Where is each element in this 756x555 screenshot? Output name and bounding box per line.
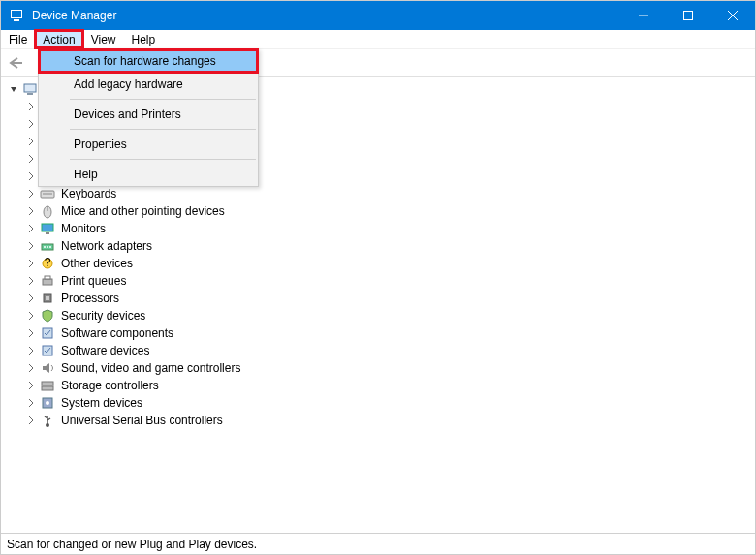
tree-item-label: Print queues — [59, 274, 128, 288]
tree-item[interactable]: Sound, video and game controllers — [20, 359, 755, 377]
menu-action-label: Action — [43, 33, 75, 46]
svg-text:?: ? — [45, 256, 51, 269]
tree-item-label: Software devices — [59, 344, 151, 357]
svg-rect-37 — [42, 382, 53, 385]
keyboard-icon — [40, 186, 55, 201]
menu-devices-printers-label: Devices and Printers — [74, 108, 181, 121]
tree-item-label: Universal Serial Bus controllers — [59, 414, 225, 427]
menubar: File Action View Help — [1, 30, 755, 49]
chevron-right-icon[interactable] — [24, 187, 38, 200]
close-button[interactable] — [710, 1, 755, 30]
chevron-right-icon[interactable] — [24, 361, 38, 375]
svg-rect-32 — [45, 276, 50, 279]
tree-item-label: Processors — [59, 292, 121, 305]
tree-item-label: Storage controllers — [59, 379, 161, 392]
device-manager-window: Device Manager File Action View Help Sc — [0, 0, 756, 555]
menu-properties[interactable]: Properties — [39, 133, 258, 156]
tree-item[interactable]: Software components — [20, 324, 755, 342]
chevron-right-icon[interactable] — [24, 326, 38, 340]
menu-help-item[interactable]: Help — [39, 163, 258, 186]
maximize-button[interactable] — [666, 1, 710, 30]
mouse-icon — [40, 203, 55, 219]
chevron-right-icon[interactable] — [24, 152, 38, 166]
menu-help[interactable]: Help — [124, 30, 164, 48]
minimize-button[interactable] — [621, 1, 666, 30]
svg-rect-2 — [14, 19, 19, 21]
menu-scan-hardware-label: Scan for hardware changes — [74, 54, 216, 68]
tree-item[interactable]: Software devices — [20, 342, 755, 359]
tree-item[interactable]: Mice and other pointing devices — [20, 202, 755, 220]
menu-file[interactable]: File — [1, 30, 35, 48]
chevron-right-icon[interactable] — [24, 414, 38, 427]
svg-rect-9 — [27, 93, 33, 95]
svg-rect-8 — [24, 84, 36, 92]
chevron-right-icon[interactable] — [24, 292, 38, 305]
chevron-right-icon[interactable] — [24, 100, 38, 113]
svg-rect-24 — [46, 232, 49, 234]
tree-item[interactable]: Print queues — [20, 272, 755, 290]
network-icon — [40, 238, 55, 254]
titlebar: Device Manager — [1, 1, 755, 30]
tree-item-label: Security devices — [59, 309, 147, 323]
other-icon: ? — [40, 256, 55, 271]
svg-rect-4 — [684, 12, 693, 20]
window-title: Device Manager — [32, 9, 621, 22]
tree-item[interactable]: Storage controllers — [20, 377, 755, 394]
dropdown-separator — [70, 159, 256, 160]
tree-item[interactable]: Keyboards — [20, 185, 755, 202]
chevron-right-icon[interactable] — [24, 239, 38, 253]
tree-item[interactable]: Monitors — [20, 220, 755, 237]
menu-add-legacy-label: Add legacy hardware — [74, 77, 183, 91]
tree-item[interactable]: Universal Serial Bus controllers — [20, 412, 755, 429]
tree-item-label: Sound, video and game controllers — [59, 361, 242, 375]
menu-action[interactable]: Action — [35, 30, 82, 48]
tree-item-label: Software components — [59, 326, 175, 340]
chevron-right-icon[interactable] — [24, 344, 38, 357]
chevron-right-icon[interactable] — [24, 135, 38, 148]
chevron-right-icon[interactable] — [24, 117, 38, 131]
tree-item[interactable]: Processors — [20, 290, 755, 307]
usb-icon — [40, 413, 55, 428]
chevron-right-icon[interactable] — [24, 222, 38, 235]
software-icon — [40, 325, 55, 341]
tree-item-label: System devices — [59, 396, 144, 410]
menu-view[interactable]: View — [83, 30, 124, 48]
toolbar-back-button[interactable] — [5, 52, 26, 74]
status-text: Scan for changed or new Plug and Play de… — [7, 538, 257, 551]
chevron-right-icon[interactable] — [24, 274, 38, 288]
menu-view-label: View — [91, 33, 116, 46]
cpu-icon — [40, 291, 55, 306]
system-icon — [40, 395, 55, 411]
tree-item[interactable]: Network adapters — [20, 237, 755, 255]
security-icon — [40, 308, 55, 324]
tree-item[interactable]: Security devices — [20, 307, 755, 324]
tree-item-label: Monitors — [59, 222, 108, 235]
dropdown-separator — [70, 129, 256, 130]
menu-scan-hardware[interactable]: Scan for hardware changes — [39, 49, 258, 73]
printer-icon — [40, 273, 55, 289]
computer-icon — [22, 81, 38, 97]
tree-item[interactable]: ?Other devices — [20, 255, 755, 272]
action-dropdown: Scan for hardware changes Add legacy har… — [38, 48, 259, 187]
chevron-down-icon[interactable] — [7, 82, 20, 96]
svg-point-40 — [46, 401, 49, 405]
sound-icon — [40, 360, 55, 376]
svg-rect-34 — [46, 296, 49, 300]
chevron-right-icon[interactable] — [24, 170, 38, 183]
menu-help-label: Help — [132, 33, 156, 46]
window-controls — [621, 1, 755, 30]
chevron-right-icon[interactable] — [24, 396, 38, 410]
chevron-right-icon[interactable] — [24, 379, 38, 392]
svg-rect-31 — [43, 279, 52, 285]
chevron-right-icon[interactable] — [24, 257, 38, 270]
svg-point-28 — [49, 246, 51, 248]
tree-item[interactable]: System devices — [20, 394, 755, 412]
menu-add-legacy[interactable]: Add legacy hardware — [39, 73, 258, 96]
menu-help-item-label: Help — [74, 168, 98, 181]
dropdown-separator — [70, 99, 256, 100]
chevron-right-icon[interactable] — [24, 309, 38, 323]
menu-devices-printers[interactable]: Devices and Printers — [39, 103, 258, 126]
chevron-right-icon[interactable] — [24, 204, 38, 218]
menu-properties-label: Properties — [74, 138, 127, 151]
tree-item-label: Network adapters — [59, 239, 154, 253]
